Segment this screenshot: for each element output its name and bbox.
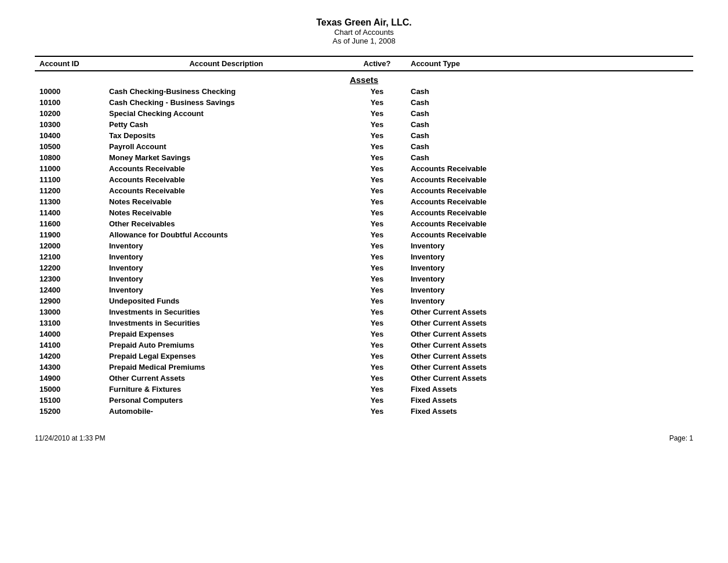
account-type: Cash [406, 108, 693, 119]
account-description: Allowance for Doubtful Accounts [104, 229, 348, 240]
account-description: Other Current Assets [104, 373, 348, 384]
account-description: Accounts Receivable [104, 185, 348, 196]
account-id: 14100 [35, 340, 104, 351]
account-id: 10500 [35, 141, 104, 152]
account-active: Yes [348, 152, 406, 163]
account-type: Accounts Receivable [406, 207, 693, 218]
table-row: 12000InventoryYesInventory [35, 240, 693, 251]
account-id: 14000 [35, 329, 104, 340]
account-active: Yes [348, 86, 406, 97]
account-type: Inventory [406, 273, 693, 284]
account-id: 11300 [35, 196, 104, 207]
account-type: Inventory [406, 240, 693, 251]
account-type: Cash [406, 86, 693, 97]
account-type: Accounts Receivable [406, 163, 693, 174]
account-type: Other Current Assets [406, 306, 693, 317]
account-type: Accounts Receivable [406, 185, 693, 196]
table-row: 14300Prepaid Medical PremiumsYesOther Cu… [35, 362, 693, 373]
table-row: 15100Personal ComputersYesFixed Assets [35, 395, 693, 406]
table-row: 14900Other Current AssetsYesOther Curren… [35, 373, 693, 384]
account-active: Yes [348, 406, 406, 417]
account-type: Fixed Assets [406, 395, 693, 406]
account-id: 13100 [35, 317, 104, 329]
account-id: 12300 [35, 273, 104, 284]
table-row: 13000Investments in SecuritiesYesOther C… [35, 306, 693, 317]
account-type: Other Current Assets [406, 373, 693, 384]
account-type: Accounts Receivable [406, 196, 693, 207]
table-row: 10800Money Market SavingsYesCash [35, 152, 693, 163]
account-active: Yes [348, 284, 406, 295]
account-type: Fixed Assets [406, 384, 693, 395]
account-description: Prepaid Auto Premiums [104, 340, 348, 351]
account-description: Inventory [104, 273, 348, 284]
account-id: 11000 [35, 163, 104, 174]
account-active: Yes [348, 262, 406, 273]
table-row: 11300Notes ReceivableYesAccounts Receiva… [35, 196, 693, 207]
account-description: Payroll Account [104, 141, 348, 152]
account-id: 10300 [35, 119, 104, 130]
account-description: Inventory [104, 240, 348, 251]
table-row: 12400InventoryYesInventory [35, 284, 693, 295]
account-id: 15200 [35, 406, 104, 417]
account-description: Automobile- [104, 406, 348, 417]
account-description: Undeposited Funds [104, 295, 348, 306]
account-type: Accounts Receivable [406, 174, 693, 185]
table-row: 10400Tax DepositsYesCash [35, 130, 693, 141]
table-header-row: Account ID Account Description Active? A… [35, 56, 693, 71]
account-active: Yes [348, 395, 406, 406]
account-active: Yes [348, 362, 406, 373]
account-active: Yes [348, 240, 406, 251]
account-id: 15000 [35, 384, 104, 395]
account-active: Yes [348, 130, 406, 141]
account-description: Personal Computers [104, 395, 348, 406]
account-type: Inventory [406, 284, 693, 295]
account-id: 12100 [35, 251, 104, 262]
company-name: Texas Green Air, LLC. [35, 17, 693, 28]
accounts-table: Account ID Account Description Active? A… [35, 56, 693, 417]
account-active: Yes [348, 229, 406, 240]
account-description: Prepaid Legal Expenses [104, 351, 348, 362]
account-id: 10400 [35, 130, 104, 141]
account-id: 13000 [35, 306, 104, 317]
account-id: 11400 [35, 207, 104, 218]
account-active: Yes [348, 306, 406, 317]
account-description: Cash Checking - Business Savings [104, 97, 348, 108]
table-row: 11400Notes ReceivableYesAccounts Receiva… [35, 207, 693, 218]
account-description: Prepaid Expenses [104, 329, 348, 340]
report-footer: 11/24/2010 at 1:33 PM Page: 1 [35, 434, 693, 442]
account-id: 10800 [35, 152, 104, 163]
account-description: Money Market Savings [104, 152, 348, 163]
account-type: Other Current Assets [406, 362, 693, 373]
account-active: Yes [348, 373, 406, 384]
account-id: 11600 [35, 218, 104, 229]
account-description: Inventory [104, 284, 348, 295]
footer-page: Page: 1 [669, 434, 693, 442]
account-active: Yes [348, 207, 406, 218]
account-description: Petty Cash [104, 119, 348, 130]
account-type: Accounts Receivable [406, 229, 693, 240]
account-description: Notes Receivable [104, 207, 348, 218]
account-description: Inventory [104, 262, 348, 273]
account-active: Yes [348, 384, 406, 395]
account-description: Tax Deposits [104, 130, 348, 141]
account-description: Prepaid Medical Premiums [104, 362, 348, 373]
table-row: 12300InventoryYesInventory [35, 273, 693, 284]
table-row: 10300Petty CashYesCash [35, 119, 693, 130]
account-type: Inventory [406, 295, 693, 306]
table-row: 11200Accounts ReceivableYesAccounts Rece… [35, 185, 693, 196]
table-row: 13100Investments in SecuritiesYesOther C… [35, 317, 693, 329]
table-row: 10500Payroll AccountYesCash [35, 141, 693, 152]
account-type: Other Current Assets [406, 351, 693, 362]
account-active: Yes [348, 97, 406, 108]
table-row: 11600Other ReceivablesYesAccounts Receiv… [35, 218, 693, 229]
table-row: 12100InventoryYesInventory [35, 251, 693, 262]
report-date: As of June 1, 2008 [35, 37, 693, 45]
account-id: 11200 [35, 185, 104, 196]
account-type: Fixed Assets [406, 406, 693, 417]
account-type: Other Current Assets [406, 317, 693, 329]
col-header-type: Account Type [406, 56, 693, 71]
table-row: 14100Prepaid Auto PremiumsYesOther Curre… [35, 340, 693, 351]
account-type: Cash [406, 152, 693, 163]
account-active: Yes [348, 141, 406, 152]
account-id: 14200 [35, 351, 104, 362]
